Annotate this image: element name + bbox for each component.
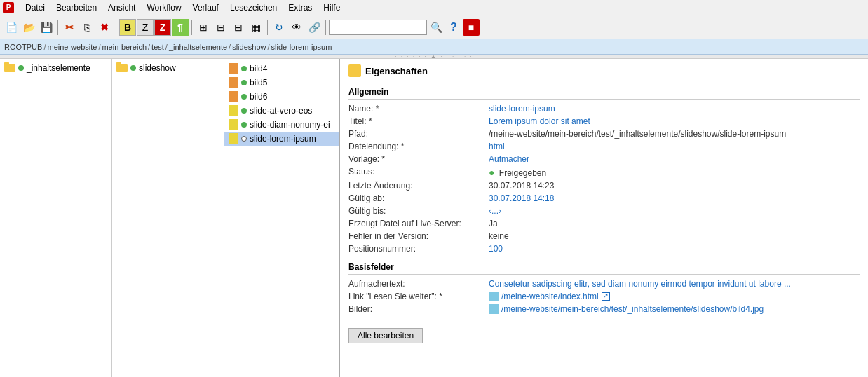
file-icon-slide-at-vero bbox=[229, 105, 238, 116]
menu-lesezeichen[interactable]: Lesezeichen bbox=[224, 1, 283, 14]
file-label-slide-lorem: slide-lorem-ipsum bbox=[250, 134, 316, 144]
prop-vorlage-value[interactable]: Aufmacher bbox=[489, 154, 529, 164]
prop-aufmachertext-value[interactable]: Consetetur sadipscing elitr, sed diam no… bbox=[489, 279, 791, 289]
status-dot-slide-diam bbox=[241, 122, 247, 128]
folder-icon-slideshow bbox=[116, 64, 128, 72]
prop-positionsnummer: Positionsnummer: 100 bbox=[348, 244, 860, 254]
tree-item-label: _inhaltselemente bbox=[27, 63, 90, 73]
toolbar-sep-2 bbox=[116, 20, 116, 35]
section-basisfelder: Basisfelder Aufmachertext: Consetetur sa… bbox=[348, 262, 860, 314]
menu-bar: P Datei Bearbeiten Ansicht Workflow Verl… bbox=[0, 0, 868, 15]
section-basisfelder-title: Basisfelder bbox=[348, 262, 860, 275]
search-button[interactable]: 🔍 bbox=[428, 19, 445, 36]
prop-bilder-value: /meine-website/mein-bereich/test/_inhalt… bbox=[489, 304, 764, 314]
save-button[interactable]: 💾 bbox=[38, 19, 55, 36]
file-item-bild4[interactable]: bild4 bbox=[224, 62, 339, 76]
prop-letzte-aenderung-label: Letzte Änderung: bbox=[348, 181, 489, 191]
file-item-bild6[interactable]: bild6 bbox=[224, 90, 339, 104]
prop-pfad-label: Pfad: bbox=[348, 129, 489, 139]
prop-aufmachertext: Aufmachertext: Consetetur sadipscing eli… bbox=[348, 279, 860, 289]
prop-gueltig-bis-label: Gültig bis: bbox=[348, 206, 489, 216]
panel-middle: slideshow bbox=[112, 59, 224, 377]
tree-item-slideshow[interactable]: slideshow bbox=[112, 62, 224, 74]
tree-item-inhaltselemente[interactable]: _inhaltselemente bbox=[0, 62, 111, 74]
prop-aufmachertext-label: Aufmachertext: bbox=[348, 279, 489, 289]
menu-ansicht[interactable]: Ansicht bbox=[102, 1, 141, 14]
menu-bearbeiten[interactable]: Bearbeiten bbox=[50, 1, 102, 14]
table2-button[interactable]: ⊟ bbox=[212, 19, 229, 36]
italic-button[interactable]: Z bbox=[137, 19, 154, 36]
prop-titel: Titel: * Lorem ipsum dolor sit amet bbox=[348, 116, 860, 126]
app-logo: P bbox=[3, 2, 14, 13]
file-label-slide-at-vero: slide-at-vero-eos bbox=[250, 106, 312, 116]
menu-workflow[interactable]: Workflow bbox=[141, 1, 187, 14]
prop-gueltig-ab-value[interactable]: 30.07.2018 14:18 bbox=[489, 193, 554, 203]
prop-titel-value[interactable]: Lorem ipsum dolor sit amet bbox=[489, 116, 590, 126]
prop-name-value[interactable]: slide-lorem-ipsum bbox=[489, 104, 555, 114]
prop-positionsnummer-value[interactable]: 100 bbox=[489, 244, 503, 254]
status-dot-slide-lorem bbox=[241, 136, 247, 142]
status-dot-bild6 bbox=[241, 94, 247, 100]
format-button[interactable]: Z bbox=[154, 19, 171, 36]
status-dot-green bbox=[18, 65, 24, 71]
tree-item-slideshow-label: slideshow bbox=[139, 63, 176, 73]
prop-bilder-label: Bilder: bbox=[348, 304, 489, 314]
prop-link-lesen-label: Link "Lesen Sie weiter": * bbox=[348, 292, 489, 301]
prop-titel-label: Titel: * bbox=[348, 116, 489, 126]
table4-button[interactable]: ▦ bbox=[247, 19, 264, 36]
link-file-icon bbox=[489, 292, 499, 301]
alle-bearbeiten-button[interactable]: Alle bearbeiten bbox=[348, 328, 423, 343]
section-allgemein: Allgemein Name: * slide-lorem-ipsum Tite… bbox=[348, 87, 860, 254]
prop-vorlage-label: Vorlage: * bbox=[348, 154, 489, 164]
file-icon-bild5 bbox=[229, 77, 238, 88]
breadcrumb-rootpub: ROOTPUB bbox=[4, 43, 42, 51]
help-button[interactable]: ? bbox=[445, 19, 462, 36]
prop-bilder-link[interactable]: /meine-website/mein-bereich/test/_inhalt… bbox=[501, 304, 764, 314]
preview-button[interactable]: 👁 bbox=[288, 19, 305, 36]
cut-button[interactable]: ✂ bbox=[61, 19, 78, 36]
prop-erzeugt-value: Ja bbox=[489, 219, 498, 228]
prop-link-lesen: Link "Lesen Sie weiter": * /meine-websit… bbox=[348, 292, 860, 301]
menu-verlauf[interactable]: Verlauf bbox=[187, 1, 224, 14]
refresh-button[interactable]: ↻ bbox=[271, 19, 287, 36]
status-dot-bild5 bbox=[241, 80, 247, 85]
external-link-icon[interactable] bbox=[602, 292, 610, 301]
search-input[interactable] bbox=[329, 20, 427, 35]
file-item-bild5[interactable]: bild5 bbox=[224, 76, 339, 90]
prop-erzeugt-label: Erzeugt Datei auf Live-Server: bbox=[348, 219, 489, 228]
open-button[interactable]: 📂 bbox=[20, 19, 37, 36]
menu-datei[interactable]: Datei bbox=[20, 1, 50, 14]
prop-link-lesen-link[interactable]: /meine-website/index.html bbox=[501, 292, 599, 301]
toolbar-sep-1 bbox=[57, 20, 58, 35]
panel-detail: Eigenschaften Allgemein Name: * slide-lo… bbox=[340, 59, 868, 377]
special-button[interactable]: ¶ bbox=[172, 19, 189, 36]
file-icon-bild6 bbox=[229, 91, 238, 102]
prop-gueltig-ab-label: Gültig ab: bbox=[348, 193, 489, 203]
status-dot-bild4 bbox=[241, 66, 247, 71]
prop-gueltig-bis: Gültig bis: ‹...› bbox=[348, 206, 860, 216]
prop-pfad-value: /meine-website/mein-bereich/test/_inhalt… bbox=[489, 129, 786, 139]
file-item-slide-at-vero-eos[interactable]: slide-at-vero-eos bbox=[224, 104, 339, 118]
table1-button[interactable]: ⊞ bbox=[195, 19, 212, 36]
prop-fehler: Fehler in der Version: keine bbox=[348, 231, 860, 241]
prop-positionsnummer-label: Positionsnummer: bbox=[348, 244, 489, 254]
new-button[interactable]: 📄 bbox=[3, 19, 20, 36]
copy-button[interactable]: ⎘ bbox=[79, 19, 95, 36]
file-item-slide-lorem-ipsum[interactable]: slide-lorem-ipsum bbox=[224, 132, 339, 146]
exit-button[interactable]: ■ bbox=[463, 19, 480, 36]
table3-button[interactable]: ⊟ bbox=[230, 19, 247, 36]
menu-hilfe[interactable]: Hilfe bbox=[318, 1, 346, 14]
prop-gueltig-bis-value[interactable]: ‹...› bbox=[489, 206, 501, 216]
link-button[interactable]: 🔗 bbox=[306, 19, 323, 36]
toolbar-sep-3 bbox=[191, 20, 192, 35]
breadcrumb-meine-website: meine-website bbox=[47, 43, 97, 51]
prop-status: Status: ● Freigegeben bbox=[348, 167, 860, 178]
prop-erzeugt: Erzeugt Datei auf Live-Server: Ja bbox=[348, 219, 860, 228]
prop-dateiendung-value[interactable]: html bbox=[489, 142, 505, 151]
properties-icon bbox=[348, 64, 361, 77]
file-label-bild5: bild5 bbox=[250, 78, 267, 88]
delete-button[interactable]: ✖ bbox=[96, 19, 113, 36]
bold-button[interactable]: B bbox=[119, 19, 136, 36]
file-item-slide-diam[interactable]: slide-diam-nonumy-ei bbox=[224, 118, 339, 132]
menu-extras[interactable]: Extras bbox=[283, 1, 318, 14]
